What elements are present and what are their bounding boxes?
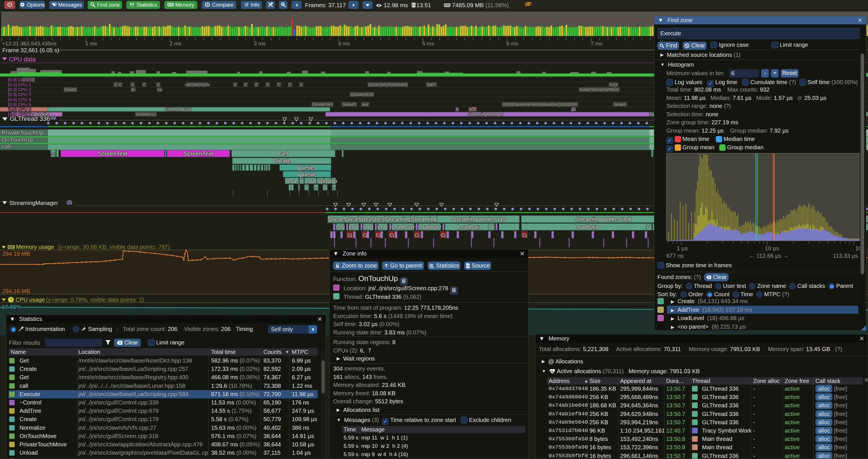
svg-text:ki: ki (132, 87, 135, 92)
svg-text:c: c (119, 83, 121, 87)
svg-text:|: | (299, 186, 300, 190)
svg-text:(y-range: 30.88 KB, visible da: (y-range: 30.88 KB, visible data points:… (58, 244, 170, 250)
svg-text:audio: audio (615, 102, 625, 107)
svg-text:U: U (490, 224, 493, 230)
svg-text:2 ms: 2 ms (169, 40, 181, 46)
svg-text:|~: |~ (332, 186, 336, 190)
svg-text:c: c (278, 83, 280, 87)
svg-text:audio.se: audio.se (314, 102, 330, 107)
svg-text:cds_ol_rx_thr: cds_ol_rx_thr (185, 83, 210, 87)
svg-text:Strear: Strear (343, 216, 359, 222)
svg-text:Frame 32,661 (6.05 s): Frame 32,661 (6.05 s) (2, 47, 59, 54)
svg-text:LoadData: LoadData (458, 224, 482, 230)
svg-text:LoadDaU: LoadDaU (392, 224, 414, 230)
svg-text:c: c (255, 83, 257, 87)
svg-text:[0:2] CPU 2: [0:2] CPU 2 (8, 87, 31, 92)
svg-text:mi_tl: mi_tl (609, 83, 618, 87)
svg-text:(: ( (324, 186, 326, 190)
svg-text:c: c (289, 83, 291, 87)
svg-text:4 ms: 4 ms (338, 40, 350, 46)
svg-text:Streaming worker task: Streaming worker task (575, 216, 632, 222)
svg-text:Strea: Strea (358, 216, 372, 222)
svg-text:Queue: Queue (297, 164, 314, 171)
svg-text:LoadDaU: LoadDaU (418, 224, 441, 230)
svg-text:(: ( (290, 186, 292, 190)
svg-text:PrivateTouchUp: PrivateTouchUp (2, 129, 43, 136)
svg-text:!S!: !S! (51, 152, 56, 157)
svg-text:CPU data: CPU data (9, 56, 36, 63)
svg-text:audio.service (effect): audio.service (effect) (580, 87, 618, 92)
svg-text:call: call (2, 143, 11, 150)
svg-text:c: c (267, 83, 269, 87)
svg-text:Streaming: Streaming (411, 216, 437, 222)
svg-text:c: c (244, 83, 246, 87)
svg-text:Queue: Queue (298, 171, 316, 177)
svg-text:auc: auc (362, 102, 369, 107)
svg-text:[0:5] CPU 5: [0:5] CPU 5 (8, 102, 31, 107)
svg-text:StreamingManager: StreamingManager (9, 200, 58, 206)
svg-text:StreamingManager: StreamingManager (468, 112, 503, 117)
svg-text:(: ( (269, 166, 270, 170)
svg-text:Tl: Tl (455, 107, 459, 112)
svg-text:cds.: cds. (428, 83, 435, 87)
svg-text:Streaming worker tas: Streaming worker tas (451, 216, 505, 222)
svg-text:cds_ol_rx_threa: cds_ol_rx_threa (373, 83, 403, 87)
svg-text:5 ms: 5 ms (422, 40, 434, 46)
svg-text:C|: C| (522, 233, 527, 238)
svg-text:ScreenText: ScreenText (184, 150, 213, 157)
svg-text:[0:1] CPU 1: [0:1] CPU 1 (8, 82, 31, 87)
svg-text:LoU: LoU (349, 224, 359, 230)
svg-text:C|: C| (415, 233, 420, 238)
svg-text:c: c (143, 83, 145, 87)
svg-text:+12:31 362,643,435ns: +12:31 362,643,435ns (2, 40, 57, 46)
svg-text:GLThread 336: GLThread 336 (10, 115, 50, 122)
svg-text:Au: Au (571, 107, 576, 112)
svg-text:audioserver (AudioOut_D): audioserver (AudioOut_D) (516, 102, 564, 107)
svg-text:U: U (647, 224, 651, 230)
svg-text:(y-range: 0.78%, visible data: (y-range: 0.78%, visible data points: 2) (46, 297, 144, 303)
svg-text:U: U (300, 178, 304, 184)
svg-text:|~: |~ (314, 186, 318, 190)
svg-text:L(U: L(U (336, 224, 345, 230)
svg-text:CPU usage: CPU usage (16, 297, 45, 303)
svg-text:[1:0] CPU 6: [1:0] CPU 6 (8, 107, 31, 112)
svg-text:294.19 MB: 294.19 MB (2, 251, 30, 257)
svg-text:audio.: audio. (343, 102, 355, 107)
svg-text:kw: kw (157, 87, 162, 92)
svg-text:[0:4] CPU 4: [0:4] CPU 4 (8, 97, 31, 102)
svg-text:Streaming: Streaming (384, 216, 411, 222)
svg-text:(: ( (306, 186, 307, 190)
svg-text:294.16 MB: 294.16 MB (2, 288, 30, 294)
svg-text:Memory usage: Memory usage (16, 244, 54, 250)
svg-text:GLThread 336: GLThread 336 (165, 107, 191, 112)
svg-text:c: c (115, 83, 117, 87)
svg-text:[0:0] CPU 0: [0:0] CPU 0 (8, 77, 31, 82)
svg-text:Trac: Trac (468, 107, 476, 112)
svg-text:Strea: Strea (371, 216, 385, 222)
svg-text:c: c (131, 83, 133, 87)
svg-text:c: c (157, 83, 159, 87)
svg-text:Up: Up (330, 178, 337, 184)
svg-text:audioser: audioser (354, 92, 370, 97)
svg-text:1 ms: 1 ms (85, 40, 97, 46)
svg-text:C|: C| (347, 233, 352, 238)
svg-text:[0:3] CPU 3: [0:3] CPU 3 (8, 92, 31, 97)
svg-text:6 ms: 6 ms (506, 40, 518, 46)
svg-text:OnTouchUp: OnTouchUp (2, 136, 33, 143)
svg-text:c: c (234, 83, 236, 87)
svg-text:aud: aud (67, 87, 74, 92)
svg-text:3 ms: 3 ms (254, 40, 266, 46)
svg-text:17.86%: 17.86% (2, 304, 21, 310)
svg-text:LoadData: LoadData (575, 224, 598, 230)
svg-text:LoU: LoU (378, 224, 388, 230)
svg-text:c: c (300, 83, 302, 87)
svg-text:Get: Get (279, 150, 288, 157)
svg-text:Strean: Strean (328, 216, 344, 222)
svg-text:ScreenText: ScreenText (98, 150, 127, 157)
svg-text:C|: C| (441, 233, 445, 238)
svg-text:C|: C| (363, 233, 367, 238)
svg-text:C|: C| (390, 233, 394, 238)
svg-text:kworker/u: kworker/u (137, 112, 155, 117)
svg-text:C|: C| (376, 233, 380, 238)
svg-text:LoU: LoU (363, 224, 373, 230)
